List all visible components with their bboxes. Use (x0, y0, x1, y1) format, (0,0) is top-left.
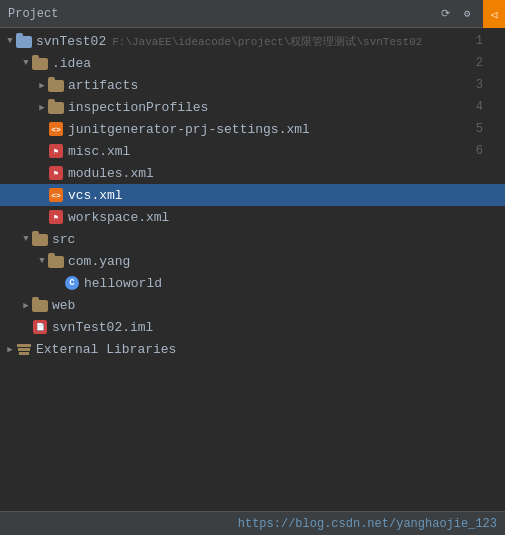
tree-item-label: inspectionProfiles (68, 100, 208, 115)
tree-item-label: .idea (52, 56, 91, 71)
tree-row[interactable]: <>junitgenerator-prj-settings.xml (0, 118, 505, 140)
tree-row[interactable]: Chelloworld (0, 272, 505, 294)
tree-row[interactable]: .idea (0, 52, 505, 74)
sync-icon[interactable]: ⟳ (437, 6, 453, 22)
line-numbers: 1 2 3 4 5 6 (476, 28, 483, 162)
tree-item-label: artifacts (68, 78, 138, 93)
tree-row[interactable]: inspectionProfiles (0, 96, 505, 118)
tree-row[interactable]: src (0, 228, 505, 250)
tree-row[interactable]: artifacts (0, 74, 505, 96)
tree-item-label: modules.xml (68, 166, 154, 181)
folder-icon (32, 234, 48, 246)
folder-icon (32, 300, 48, 312)
tree-row[interactable]: ⚑workspace.xml (0, 206, 505, 228)
settings-icon[interactable]: ⚙ (459, 6, 475, 22)
tree-arrow[interactable] (20, 57, 32, 69)
tree-row[interactable]: External Libraries (0, 338, 505, 360)
xml-red-icon: ⚑ (49, 210, 63, 224)
blog-link[interactable]: https://blog.csdn.net/yanghaojie_123 (238, 517, 497, 531)
tree-arrow[interactable] (36, 101, 48, 113)
folder-blue-icon (16, 36, 32, 48)
folder-icon (48, 80, 64, 92)
tree-arrow[interactable] (36, 255, 48, 267)
tree-row[interactable]: ⚑misc.xml (0, 140, 505, 162)
xml-red-icon: ⚑ (49, 166, 63, 180)
tree-item-label: workspace.xml (68, 210, 169, 225)
tree-item-label: External Libraries (36, 342, 176, 357)
folder-icon (48, 256, 64, 268)
tree-item-label: helloworld (84, 276, 162, 291)
tree-item-label: svnTest02 (36, 34, 106, 49)
tree-row[interactable]: <>vcs.xml (0, 184, 505, 206)
xml-icon: <> (49, 122, 63, 136)
bottom-bar: https://blog.csdn.net/yanghaojie_123 (0, 511, 505, 535)
tree-row[interactable]: ⚑modules.xml (0, 162, 505, 184)
xml-icon: <> (49, 188, 63, 202)
tree-item-label: web (52, 298, 75, 313)
tree-arrow[interactable] (20, 299, 32, 311)
tree-row[interactable]: web (0, 294, 505, 316)
top-bar: Project ⟳ ⚙ ⚙ ◁ (0, 0, 505, 28)
tree-arrow[interactable] (36, 79, 48, 91)
tree-arrow[interactable] (4, 343, 16, 355)
tree-item-path: F:\JavaEE\ideacode\project\权限管理测试\svnTes… (112, 34, 422, 49)
tree-arrow[interactable] (4, 35, 16, 47)
tree-item-label: src (52, 232, 75, 247)
tree-item-label: vcs.xml (68, 188, 123, 203)
tree-item-label: misc.xml (68, 144, 130, 159)
tree-arrow[interactable] (20, 233, 32, 245)
tree-item-label: com.yang (68, 254, 130, 269)
orange-tab[interactable]: ◁ (483, 0, 505, 28)
tree-row[interactable]: com.yang (0, 250, 505, 272)
tree-item-label: junitgenerator-prj-settings.xml (68, 122, 310, 137)
iml-icon: 📄 (33, 320, 47, 334)
folder-icon (48, 102, 64, 114)
tree-row[interactable]: svnTest02F:\JavaEE\ideacode\project\权限管理… (0, 30, 505, 52)
tree-row[interactable]: 📄svnTest02.iml (0, 316, 505, 338)
tree-item-label: svnTest02.iml (52, 320, 153, 335)
xml-red-icon: ⚑ (49, 144, 63, 158)
panel-title: Project (8, 7, 437, 21)
project-tree: svnTest02F:\JavaEE\ideacode\project\权限管理… (0, 28, 505, 511)
folder-icon (32, 58, 48, 70)
library-icon (16, 342, 32, 356)
class-icon: C (65, 276, 79, 290)
